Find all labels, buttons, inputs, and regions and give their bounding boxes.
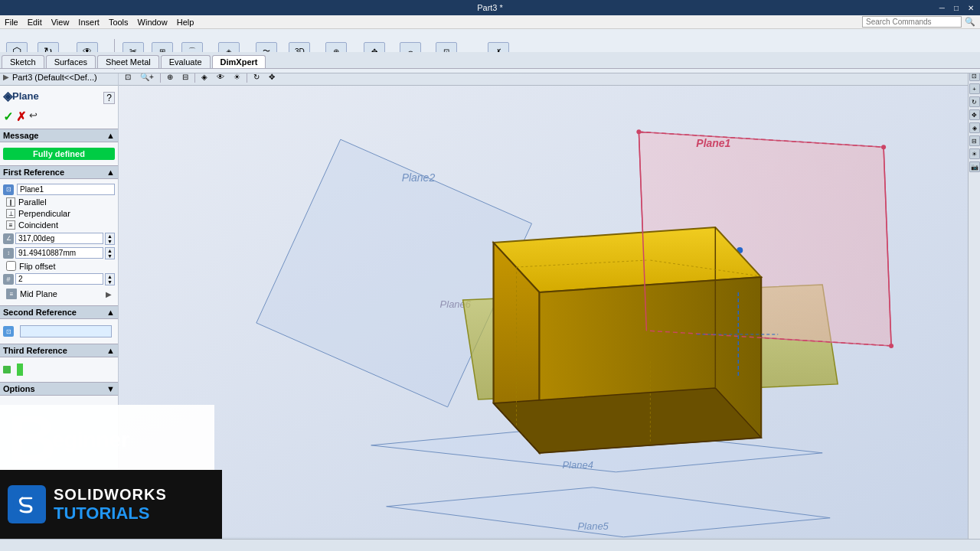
sw-overlay: B eginner SOLIDWORKS TUTORIALS — [0, 405, 222, 539]
second-ref-icon: ⊡ — [3, 326, 14, 337]
tab-dimxpert[interactable]: DimXpert — [212, 55, 266, 68]
distance-up[interactable]: ▲ — [106, 248, 114, 253]
chevron-icon-5: ▼ — [106, 384, 115, 393]
chevron-up-icon-4: ▲ — [106, 346, 115, 355]
tab-evaluate[interactable]: Evaluate — [161, 55, 211, 68]
section-btn[interactable]: ⊟ — [969, 135, 980, 146]
message-content: Fully defined — [3, 142, 115, 165]
svg-text:Plane4: Plane4 — [562, 459, 593, 471]
light-btn[interactable]: ☀ — [969, 148, 980, 159]
message-section-header[interactable]: Message ▲ — [0, 129, 118, 142]
minimize-button[interactable]: ─ — [936, 4, 948, 12]
mid-plane-icon: ≡ — [6, 289, 17, 299]
close-button[interactable]: ✕ — [965, 4, 977, 12]
tab-surfaces[interactable]: Surfaces — [46, 55, 96, 68]
pan-btn[interactable]: ✥ — [969, 109, 980, 120]
sw-text: SOLIDWORKS TUTORIALS — [54, 486, 167, 523]
rotate-btn[interactable]: ↻ — [969, 96, 980, 107]
parallel-row[interactable]: ∥ Parallel — [3, 197, 115, 207]
display-btn[interactable]: ◈ — [969, 122, 980, 133]
count-icon: # — [3, 274, 14, 285]
svg-point-37 — [13, 491, 41, 518]
flip-offset-row[interactable]: Flip offset — [6, 261, 112, 271]
restore-button[interactable]: □ — [951, 4, 962, 12]
title-text: Part3 * — [477, 3, 503, 12]
angle-icon: ∠ — [3, 233, 14, 244]
parallel-icon: ∥ — [6, 197, 15, 207]
ok-button[interactable]: ✓ — [3, 109, 13, 124]
search-input[interactable] — [862, 16, 962, 28]
zoom-btn[interactable]: + — [969, 83, 980, 94]
first-ref-content: ⊡ Plane1 ∥ Parallel ⊥ Perpendicular ≡ Co… — [3, 179, 115, 305]
count-input[interactable] — [15, 273, 103, 285]
feature-tree-label: Part3 (Default<<Def...) — [12, 73, 97, 82]
distance-icon: ↕ — [3, 248, 14, 259]
mid-plane-row[interactable]: ≡ Mid Plane ▶ — [3, 288, 115, 300]
first-ref-box[interactable]: Plane1 — [17, 184, 115, 195]
expand-icon: ▶ — [3, 73, 9, 81]
menu-help[interactable]: Help — [172, 15, 199, 28]
count-row: # ▲ ▼ — [3, 272, 115, 285]
distance-row: ↕ ▲ ▼ — [3, 246, 115, 259]
first-ref-row: ⊡ Plane1 — [3, 184, 115, 195]
third-ref-icon — [3, 366, 11, 373]
menu-edit[interactable]: Edit — [23, 15, 47, 28]
cameras-btn[interactable]: 📷 — [969, 161, 980, 172]
third-ref-section-header[interactable]: Third Reference ▲ — [0, 344, 118, 357]
plane-panel: ◈ Plane ? ✓ ✗ ↩ Message ▲ Fully defined … — [0, 86, 118, 399]
chevron-up-icon-2: ▲ — [106, 168, 115, 177]
menu-tools[interactable]: Tools — [104, 15, 133, 28]
coincident-icon: ≡ — [6, 220, 15, 230]
menu-window[interactable]: Window — [133, 15, 172, 28]
overlay-black: SOLIDWORKS TUTORIALS — [0, 470, 222, 539]
plane-icon: ◈ — [3, 89, 12, 103]
3d-scene: Plane5 Plane4 Plane2 Plane3 Plane6 Top R… — [119, 69, 968, 539]
undo-button[interactable]: ↩ — [29, 109, 38, 124]
expand-arrow-icon: ▶ — [106, 290, 112, 298]
second-ref-section-header[interactable]: Second Reference ▲ — [0, 305, 118, 319]
panel-actions: ✓ ✗ ↩ — [3, 109, 115, 124]
second-ref-content: ⊡ — [3, 319, 115, 344]
right-toolbar: ⊡ + ↻ ✥ ◈ ⊟ ☀ 📷 — [968, 69, 980, 539]
sw-logo-svg — [13, 491, 41, 518]
angle-input[interactable] — [15, 233, 103, 244]
plane-ref-icon: ⊡ — [3, 184, 14, 195]
second-ref-box[interactable] — [20, 325, 112, 337]
third-ref-content — [3, 357, 115, 382]
cancel-button[interactable]: ✗ — [16, 109, 26, 124]
titlebar: Part3 * ─ □ ✕ — [0, 0, 980, 15]
status-badge: Fully defined — [3, 148, 115, 160]
bottom-bar — [0, 539, 980, 551]
viewport[interactable]: Plane5 Plane4 Plane2 Plane3 Plane6 Top R… — [119, 69, 968, 539]
help-button[interactable]: ? — [103, 92, 115, 104]
search-icon[interactable]: 🔍 — [965, 17, 975, 27]
coincident-row[interactable]: ≡ Coincident — [3, 220, 115, 230]
distance-down[interactable]: ▼ — [106, 253, 114, 259]
plane-title: ◈ Plane — [3, 89, 39, 103]
tutorials-label: TUTORIALS — [54, 504, 167, 523]
flip-offset-checkbox[interactable] — [6, 261, 16, 271]
count-down[interactable]: ▼ — [106, 279, 114, 285]
first-ref-section-header[interactable]: First Reference ▲ — [0, 165, 118, 179]
svg-text:Plane2: Plane2 — [402, 171, 436, 184]
menu-file[interactable]: File — [0, 15, 23, 28]
angle-up[interactable]: ▲ — [106, 233, 114, 239]
tab-sketch[interactable]: Sketch — [2, 55, 44, 68]
menu-view[interactable]: View — [47, 15, 74, 28]
menu-insert[interactable]: Insert — [74, 15, 104, 28]
distance-arrows: ▲ ▼ — [105, 247, 115, 259]
perpendicular-icon: ⊥ — [6, 209, 15, 218]
chevron-up-icon-3: ▲ — [106, 308, 115, 317]
distance-input[interactable] — [15, 247, 103, 259]
angle-arrows: ▲ ▼ — [105, 233, 115, 245]
perpendicular-row[interactable]: ⊥ Perpendicular — [3, 208, 115, 219]
options-section-header[interactable]: Options ▼ — [0, 382, 118, 396]
tab-bar: Sketch Surfaces Sheet Metal Evaluate Dim… — [0, 52, 980, 69]
svg-text:Plane1: Plane1 — [696, 137, 730, 149]
count-arrows: ▲ ▼ — [105, 273, 115, 285]
tab-sheet-metal[interactable]: Sheet Metal — [97, 55, 159, 68]
third-ref-line — [17, 364, 23, 376]
angle-down[interactable]: ▼ — [106, 239, 114, 244]
menubar: File Edit View Insert Tools Window Help … — [0, 15, 980, 29]
count-up[interactable]: ▲ — [106, 274, 114, 279]
